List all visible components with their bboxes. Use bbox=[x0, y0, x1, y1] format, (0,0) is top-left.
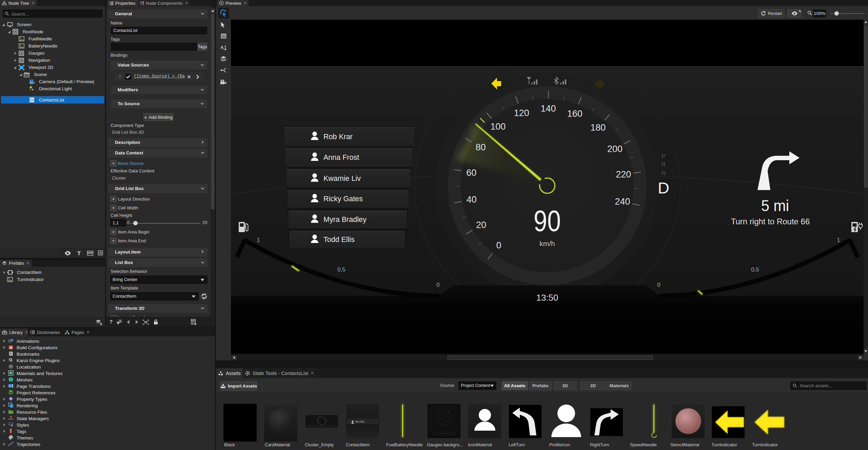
svg-text:1: 1 bbox=[257, 237, 260, 243]
svg-text:Turn right to Route 66: Turn right to Route 66 bbox=[731, 217, 810, 226]
svg-text:240: 240 bbox=[615, 196, 630, 207]
svg-text:Kwamie Liv: Kwamie Liv bbox=[323, 174, 361, 183]
svg-text:Todd Ellis: Todd Ellis bbox=[323, 236, 355, 244]
svg-text:160: 160 bbox=[567, 109, 583, 119]
svg-text:Rob Krar: Rob Krar bbox=[323, 133, 353, 141]
svg-text:100: 100 bbox=[490, 121, 506, 132]
svg-text:Ricky Gates: Ricky Gates bbox=[323, 195, 363, 203]
svg-text:P: P bbox=[662, 153, 665, 160]
svg-text:20: 20 bbox=[476, 220, 486, 230]
svg-text:km/h: km/h bbox=[539, 240, 555, 247]
svg-text:180: 180 bbox=[590, 123, 606, 133]
svg-text:D: D bbox=[658, 179, 669, 197]
svg-text:Anna Frost: Anna Frost bbox=[323, 153, 359, 162]
svg-text:0: 0 bbox=[496, 240, 501, 250]
svg-text:1: 1 bbox=[837, 237, 840, 243]
svg-text:A: A bbox=[220, 45, 224, 50]
svg-text:220: 220 bbox=[616, 169, 631, 180]
svg-text:N: N bbox=[662, 170, 666, 176]
svg-text:80: 80 bbox=[475, 142, 486, 152]
svg-text:0,5: 0,5 bbox=[337, 266, 346, 273]
svg-text:200: 200 bbox=[607, 144, 623, 154]
svg-text:R: R bbox=[662, 162, 666, 168]
svg-text:0,5: 0,5 bbox=[751, 266, 759, 273]
svg-text:120: 120 bbox=[514, 108, 529, 118]
svg-text:140: 140 bbox=[540, 104, 556, 114]
svg-text:0: 0 bbox=[657, 282, 660, 288]
svg-text:13:50: 13:50 bbox=[536, 293, 558, 303]
svg-text:Myra Bradley: Myra Bradley bbox=[323, 215, 367, 224]
svg-text:5 mi: 5 mi bbox=[761, 197, 789, 215]
svg-text:40: 40 bbox=[467, 194, 477, 205]
svg-text:60: 60 bbox=[466, 168, 476, 178]
svg-text:90: 90 bbox=[534, 204, 561, 237]
svg-text:0: 0 bbox=[436, 282, 439, 288]
